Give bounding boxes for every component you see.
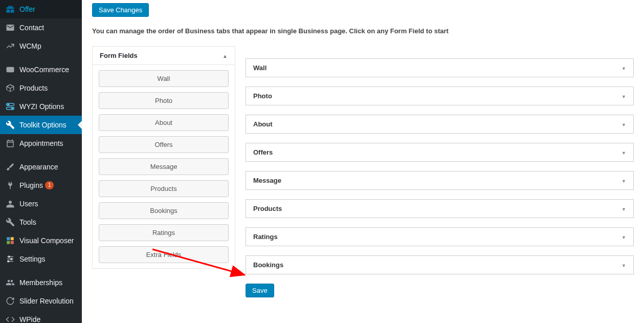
field-photo[interactable]: Photo [99,92,229,109]
field-products[interactable]: Products [99,180,229,197]
svg-point-14 [8,261,9,262]
calendar-icon [5,138,15,148]
field-about[interactable]: About [99,114,229,131]
sidebar-item-offer[interactable]: Offer [0,0,82,18]
sidebar-item-memberships[interactable]: Memberships [0,273,82,292]
accordion-message[interactable]: Message [246,171,634,190]
sidebar-label: Settings [19,255,46,263]
sidebar-item-settings[interactable]: Settings [0,250,82,268]
box-icon [5,83,15,93]
accordion-title: Offers [253,148,273,156]
field-wall[interactable]: Wall [99,70,229,87]
sidebar-item-wpide[interactable]: WPide [0,310,82,323]
chevron-down-icon [621,92,626,100]
chevron-down-icon [621,148,626,156]
sidebar-item-woocommerce[interactable]: WooCommerce [0,60,82,79]
field-ratings[interactable]: Ratings [99,224,229,241]
form-fields-header[interactable]: Form Fields [93,47,235,65]
caret-up-icon [223,52,228,59]
form-fields-box: Form Fields Wall Photo About Offers Mess… [92,46,235,269]
gift-icon [5,4,15,14]
sidebar-label: Users [19,200,38,208]
field-offers[interactable]: Offers [99,136,229,153]
accordion-products[interactable]: Products [246,199,634,218]
intro-text: You can manage the order of Business tab… [92,27,634,35]
sidebar-item-tools[interactable]: Tools [0,213,82,231]
tools-icon [5,120,15,130]
sidebar-label: Toolkit Options [19,121,66,129]
svg-point-10 [8,256,10,257]
main-content: Save Changes You can manage the order of… [82,0,644,323]
user-icon [5,199,15,209]
chevron-down-icon [621,64,626,72]
sidebar-item-wyzi-options[interactable]: WYZI Options [0,97,82,116]
toggle-icon [5,101,15,112]
accordion-photo[interactable]: Photo [246,87,634,105]
accordion-title: Photo [253,92,272,100]
sidebar-label: WCMp [19,42,41,50]
accordion-column: Wall Photo About Offers Message Products… [246,46,634,297]
chevron-down-icon [621,261,626,269]
sidebar-label: Appearance [19,163,58,171]
code-icon [5,314,15,323]
mail-icon [5,23,15,33]
svg-rect-8 [11,241,14,244]
sidebar-item-contact[interactable]: Contact [0,18,82,37]
save-changes-button[interactable]: Save Changes [92,3,149,17]
field-extra-fields[interactable]: Extra Fields [99,246,229,263]
sidebar-label: Slider Revolution [19,297,74,305]
accordion-title: Ratings [253,233,278,241]
sidebar-item-appointments[interactable]: Appointments [0,134,82,153]
svg-point-12 [11,259,12,260]
accordion-title: About [253,120,273,128]
accordion-ratings[interactable]: Ratings [246,227,634,246]
sidebar-label: Plugins [19,181,43,189]
sidebar-item-users[interactable]: Users [0,195,82,213]
chevron-down-icon [621,205,626,212]
accordion-title: Wall [253,64,267,72]
sidebar-label: Offer [19,5,35,13]
sidebar-item-products[interactable]: Products [0,79,82,97]
sidebar-item-toolkit-options[interactable]: Toolkit Options [0,116,82,134]
svg-rect-5 [7,237,10,240]
sidebar-item-visual-composer[interactable]: Visual Composer [0,231,82,250]
field-message[interactable]: Message [99,158,229,175]
sidebar-item-plugins[interactable]: Plugins 1 [0,176,82,195]
accordion-title: Products [253,205,282,212]
accordion-about[interactable]: About [246,115,634,134]
sidebar-label: Appointments [19,139,63,147]
form-fields-title: Form Fields [100,52,138,59]
sidebar-separator [0,153,82,158]
svg-rect-6 [11,237,14,240]
accordion-title: Message [253,177,281,184]
svg-point-2 [8,104,9,105]
vc-icon [5,235,15,246]
sidebar-label: WPide [19,315,40,323]
brush-icon [5,162,15,172]
sliders-icon [5,254,15,264]
plug-icon [5,180,15,190]
accordion-title: Bookings [253,261,283,269]
sidebar-item-wcmp[interactable]: WCMp [0,37,82,55]
sidebar-label: Visual Composer [19,236,74,245]
admin-sidebar: Offer Contact WCMp WooCommerce Products … [0,0,82,323]
sidebar-label: Memberships [19,278,62,287]
sidebar-label: Products [19,84,48,92]
sidebar-item-slider-revolution[interactable]: Slider Revolution [0,292,82,310]
sidebar-label: WYZI Options [19,102,64,111]
sidebar-item-appearance[interactable]: Appearance [0,158,82,176]
sidebar-label: Tools [19,218,36,226]
save-button[interactable]: Save [246,284,274,297]
chevron-down-icon [621,177,626,184]
sidebar-label: WooCommerce [19,66,69,74]
accordion-bookings[interactable]: Bookings [246,255,634,274]
field-bookings[interactable]: Bookings [99,202,229,219]
svg-rect-7 [7,241,10,244]
form-fields-body: Wall Photo About Offers Message Products… [93,65,235,268]
svg-rect-0 [7,67,14,73]
users-icon [5,277,15,288]
accordion-offers[interactable]: Offers [246,143,634,162]
woo-icon [5,64,15,75]
accordion-wall[interactable]: Wall [246,58,634,77]
svg-point-4 [11,107,13,109]
